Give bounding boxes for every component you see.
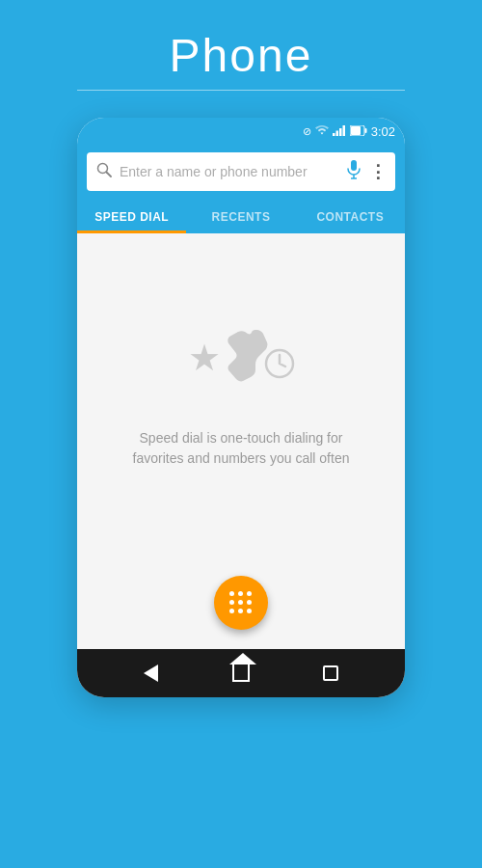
search-placeholder-text: Enter a name or phone number (120, 164, 338, 179)
dot-2 (238, 591, 243, 596)
recents-button[interactable] (311, 654, 350, 692)
blocked-icon: ⊘ (303, 125, 311, 138)
dot-3 (247, 591, 252, 596)
tab-speed-dial[interactable]: SPEED DIAL (77, 201, 186, 233)
bottom-nav-bar (77, 649, 405, 697)
speed-dial-description: Speed dial is one-touch dialing for favo… (125, 428, 357, 469)
tabs-bar: SPEED DIAL RECENTS CONTACTS (77, 201, 405, 233)
status-time: 3:02 (371, 124, 395, 139)
dot-4 (229, 600, 234, 605)
svg-rect-5 (364, 128, 366, 133)
search-icon (96, 162, 112, 181)
svg-rect-3 (342, 125, 345, 136)
phone-icon (211, 326, 271, 399)
dot-7 (229, 609, 234, 613)
fab-area (77, 561, 405, 649)
svg-rect-6 (351, 126, 361, 135)
speed-dial-icons: ★ (178, 326, 304, 399)
dialpad-icon (229, 591, 254, 615)
back-button[interactable] (132, 654, 171, 692)
svg-rect-1 (335, 130, 338, 136)
home-icon (232, 665, 250, 682)
dot-5 (238, 600, 243, 605)
dot-9 (247, 609, 252, 613)
home-button[interactable] (222, 654, 260, 692)
dot-6 (247, 600, 252, 605)
dot-8 (238, 609, 243, 613)
search-bar: Enter a name or phone number ⋮ (77, 145, 405, 201)
wifi-icon (315, 125, 329, 138)
back-icon (144, 665, 158, 682)
signal-icon (333, 125, 346, 138)
page-title: Phone (170, 29, 313, 82)
phone-mockup: ⊘ (77, 118, 405, 697)
title-divider (77, 90, 405, 91)
clock-icon (263, 347, 296, 388)
more-options-icon[interactable]: ⋮ (369, 161, 386, 182)
svg-rect-0 (333, 133, 335, 136)
search-input-container[interactable]: Enter a name or phone number ⋮ (87, 152, 395, 191)
status-icons: ⊘ (303, 124, 395, 139)
speed-dial-content: ★ Speed dial is one-touch dialing for fa… (77, 233, 405, 561)
recents-icon (323, 665, 338, 681)
status-bar: ⊘ (77, 118, 405, 145)
tab-recents[interactable]: RECENTS (186, 201, 295, 233)
battery-icon (350, 125, 367, 138)
svg-rect-2 (339, 128, 342, 136)
svg-line-8 (107, 173, 112, 177)
dot-1 (229, 591, 234, 596)
mic-icon[interactable] (346, 160, 362, 184)
tab-contacts[interactable]: CONTACTS (296, 201, 405, 233)
dial-pad-fab[interactable] (214, 576, 268, 630)
svg-rect-9 (351, 160, 357, 171)
